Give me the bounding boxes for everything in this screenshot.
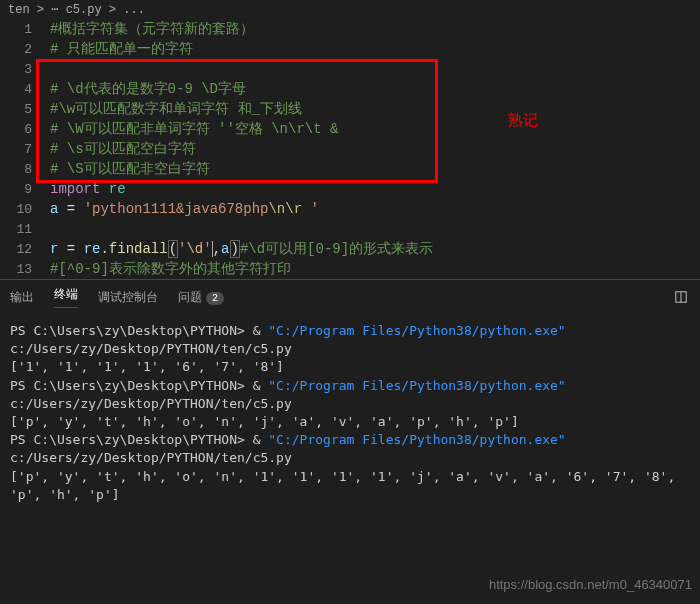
line-number: 13 xyxy=(0,262,50,277)
tab-terminal[interactable]: 终端 xyxy=(54,286,78,308)
panel-tabs: 输出 终端 调试控制台 问题2 xyxy=(0,280,700,314)
line-number: 1 xyxy=(0,22,50,37)
line-number: 11 xyxy=(0,222,50,237)
code-editor[interactable]: 1#概括字符集（元字符新的套路）2# 只能匹配单一的字符34# \d代表的是数字… xyxy=(0,19,700,279)
bottom-panel: 输出 终端 调试控制台 问题2 PS C:\Users\zy\Desktop\P… xyxy=(0,279,700,512)
line-number: 12 xyxy=(0,242,50,257)
code-line[interactable]: # 只能匹配单一的字符 xyxy=(50,40,700,58)
problems-badge: 2 xyxy=(206,292,224,305)
code-line[interactable]: # \W可以匹配非单词字符 ''空格 \n\r\t & xyxy=(50,120,700,138)
code-line[interactable]: # \S可以匹配非空白字符 xyxy=(50,160,700,178)
tab-problems[interactable]: 问题2 xyxy=(178,289,224,306)
tab-debug[interactable]: 调试控制台 xyxy=(98,289,158,306)
code-line[interactable]: r = re.findall('\d',a)#\d可以用[0-9]的形式来表示 xyxy=(50,240,700,258)
line-number: 10 xyxy=(0,202,50,217)
line-number: 8 xyxy=(0,162,50,177)
code-line[interactable]: #\w可以匹配数字和单词字符 和_下划线 xyxy=(50,100,700,118)
line-number: 7 xyxy=(0,142,50,157)
line-number: 2 xyxy=(0,42,50,57)
line-number: 4 xyxy=(0,82,50,97)
breadcrumb[interactable]: ten > ⋯ c5.py > ... xyxy=(0,0,700,19)
code-line[interactable]: #概括字符集（元字符新的套路） xyxy=(50,20,700,38)
tab-output[interactable]: 输出 xyxy=(10,289,34,306)
code-line[interactable]: # \s可以匹配空白字符 xyxy=(50,140,700,158)
code-line[interactable]: a = 'python1111&java678php\n\r ' xyxy=(50,201,700,217)
close-panel-icon[interactable] xyxy=(672,288,690,306)
annotation-text: 熟记 xyxy=(508,111,538,130)
line-number: 9 xyxy=(0,182,50,197)
code-line[interactable]: #[^0-9]表示除数字外的其他字符打印 xyxy=(50,260,700,278)
code-line[interactable]: # \d代表的是数字0-9 \D字母 xyxy=(50,80,700,98)
line-number: 6 xyxy=(0,122,50,137)
line-number: 3 xyxy=(0,62,50,77)
code-line[interactable]: import re xyxy=(50,181,700,197)
watermark: https://blog.csdn.net/m0_46340071 xyxy=(489,577,692,592)
line-number: 5 xyxy=(0,102,50,117)
terminal-output[interactable]: PS C:\Users\zy\Desktop\PYTHON> & "C:/Pro… xyxy=(0,314,700,512)
